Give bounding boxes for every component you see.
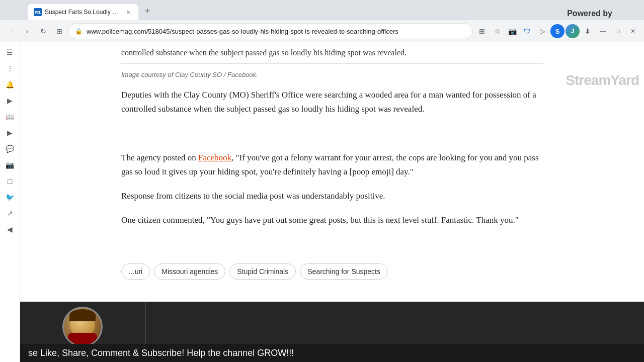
- sidebar-help-icon[interactable]: ⋮: [4, 62, 16, 74]
- sidebar-camera-icon[interactable]: 📷: [4, 159, 16, 171]
- left-sidebar: ☰ ⋮ 🔔 ▶ 📖 ▶ 💬 📷 ◻ 🐦 ↗ ◀: [0, 42, 20, 362]
- sidebar-chat-icon[interactable]: 💬: [4, 143, 16, 155]
- tag-item-2[interactable]: Stupid Criminals: [229, 263, 296, 280]
- forward-button[interactable]: ›: [20, 24, 34, 38]
- stream-avatar: [62, 307, 103, 347]
- navigation-bar: ‹ › ↻ ⊞ 🔒 www.policemag.com/518045/suspe…: [0, 20, 644, 42]
- screenshot-button[interactable]: 📷: [505, 24, 519, 38]
- article-paragraph-1: Deputies with the Clay County (MO) Sheri…: [121, 88, 543, 116]
- article-paragraph-4: One citizen commented, "You guys have pu…: [121, 213, 543, 227]
- sidebar-instagram-icon[interactable]: ◻: [4, 175, 16, 187]
- tag-item-1[interactable]: Missouri agencies: [154, 263, 225, 280]
- nav-right-controls: ⊞ ☆ 📷 🛡 ▷ S J ⬇ — □ ✕: [475, 24, 640, 38]
- s-extension-icon[interactable]: S: [550, 24, 565, 38]
- ticker-bar: se Like, Share, Comment & Subscribe! Hel…: [20, 344, 644, 362]
- sidebar-play2-icon[interactable]: ▶: [4, 127, 16, 139]
- article-paragraph-3: Response from citizens to the social med…: [121, 189, 543, 203]
- tag-item-0[interactable]: ...uri: [121, 263, 150, 280]
- streamyard-watermark: StreamYard: [566, 72, 639, 88]
- cast-button[interactable]: ▷: [535, 24, 549, 38]
- divider: [121, 63, 543, 64]
- tab-close-button[interactable]: ✕: [124, 8, 132, 16]
- active-tab[interactable]: POL Suspect Farts So Loudly H... ✕: [28, 4, 138, 20]
- ticker-text: se Like, Share, Comment & Subscribe! Hel…: [28, 348, 294, 358]
- grid-button[interactable]: ⊞: [52, 24, 66, 38]
- extensions-button[interactable]: ⊞: [475, 24, 489, 38]
- shield-button[interactable]: 🛡: [520, 24, 534, 38]
- article-top-partial: controlled substance when the subject pa…: [121, 42, 543, 59]
- tab-bar: POL Suspect Farts So Loudly H... ✕ + Pow…: [0, 0, 644, 20]
- sidebar-twitter-icon[interactable]: 🐦: [4, 191, 16, 203]
- content-area: ☰ ⋮ 🔔 ▶ 📖 ▶ 💬 📷 ◻ 🐦 ↗ ◀ StreamYard contr…: [0, 42, 644, 362]
- page-content: StreamYard controlled substance when the…: [20, 42, 644, 362]
- lock-icon: 🔒: [75, 28, 83, 35]
- browser-frame: POL Suspect Farts So Loudly H... ✕ + Pow…: [0, 0, 644, 362]
- image-caption: Image courtesy of Clay County SO / Faceb…: [121, 70, 543, 80]
- stream-overlay: savage says se Like, Share, Comment & Su…: [20, 302, 644, 362]
- article-spacer-1: [121, 126, 543, 140]
- address-bar[interactable]: 🔒 www.policemag.com/518045/suspect-passe…: [68, 23, 473, 39]
- bookmark-button[interactable]: ☆: [490, 24, 504, 38]
- article-spacer-2: [121, 237, 543, 251]
- article-paragraph-2: The agency posted on Facebook, "If you'v…: [121, 151, 543, 179]
- sidebar-book-icon[interactable]: 📖: [4, 111, 16, 123]
- maximize-button[interactable]: □: [611, 24, 625, 38]
- window-close-button[interactable]: ✕: [626, 24, 640, 38]
- article-body: controlled substance when the subject pa…: [113, 42, 551, 280]
- profile-icon[interactable]: J: [566, 24, 580, 38]
- sidebar-play-icon[interactable]: ▶: [4, 95, 16, 107]
- download-button[interactable]: ⬇: [581, 24, 595, 38]
- minimize-button[interactable]: —: [596, 24, 610, 38]
- sidebar-menu-icon[interactable]: ☰: [4, 46, 16, 58]
- tags-section: ...uri Missouri agencies Stupid Criminal…: [121, 263, 543, 280]
- url-text: www.policemag.com/518045/suspect-passes-…: [87, 28, 466, 35]
- new-tab-button[interactable]: +: [140, 4, 154, 18]
- refresh-button[interactable]: ↻: [36, 24, 50, 38]
- back-button[interactable]: ‹: [4, 24, 18, 38]
- facebook-link[interactable]: Facebook: [198, 153, 231, 162]
- sidebar-back-icon[interactable]: ◀: [4, 223, 16, 235]
- tab-title: Suspect Farts So Loudly H...: [45, 9, 121, 16]
- tab-favicon: POL: [34, 8, 42, 16]
- sidebar-arrow-icon[interactable]: ↗: [4, 207, 16, 219]
- sidebar-notifications-icon[interactable]: 🔔: [4, 78, 16, 90]
- powered-by-text: Powered by: [567, 9, 616, 20]
- tag-item-3[interactable]: Searching for Suspects: [300, 263, 388, 280]
